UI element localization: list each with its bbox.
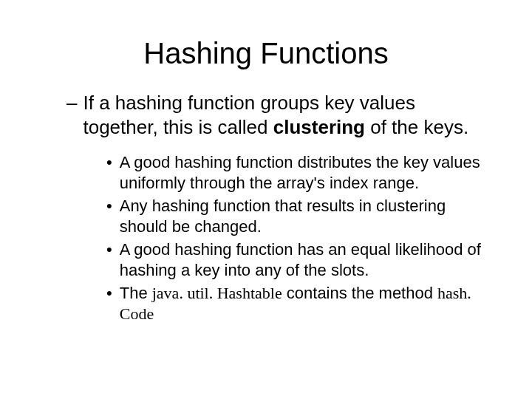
text-segment: The — [120, 284, 152, 302]
bullet-text: A good hashing function has an equal lik… — [120, 239, 488, 280]
slide: Hashing Functions – If a hashing functio… — [0, 0, 532, 399]
bullet-text: A good hashing function distributes the … — [120, 152, 488, 193]
bullet-text: The java. util. Hashtable contains the m… — [120, 283, 488, 324]
level2-list: • A good hashing function distributes th… — [106, 152, 488, 324]
code-text: java. util. Hashtable — [152, 284, 282, 302]
dash-bullet: – — [66, 91, 77, 139]
level1-item: – If a hashing function groups key value… — [66, 91, 488, 139]
list-item: • A good hashing function has an equal l… — [106, 239, 488, 280]
bullet-dot: • — [106, 196, 112, 236]
list-item: • A good hashing function distributes th… — [106, 152, 488, 193]
bullet-text: Any hashing function that results in clu… — [120, 196, 488, 236]
list-item: • Any hashing function that results in c… — [106, 196, 488, 236]
text-segment: contains the method — [282, 284, 437, 302]
bullet-dot: • — [106, 283, 112, 324]
bullet-dot: • — [106, 239, 112, 280]
bold-word: clustering — [273, 116, 365, 138]
text-segment: of the keys. — [365, 116, 468, 138]
bullet-dot: • — [106, 152, 112, 193]
level1-text: If a hashing function groups key values … — [83, 91, 488, 139]
slide-title: Hashing Functions — [44, 37, 488, 70]
list-item: • The java. util. Hashtable contains the… — [106, 283, 488, 324]
